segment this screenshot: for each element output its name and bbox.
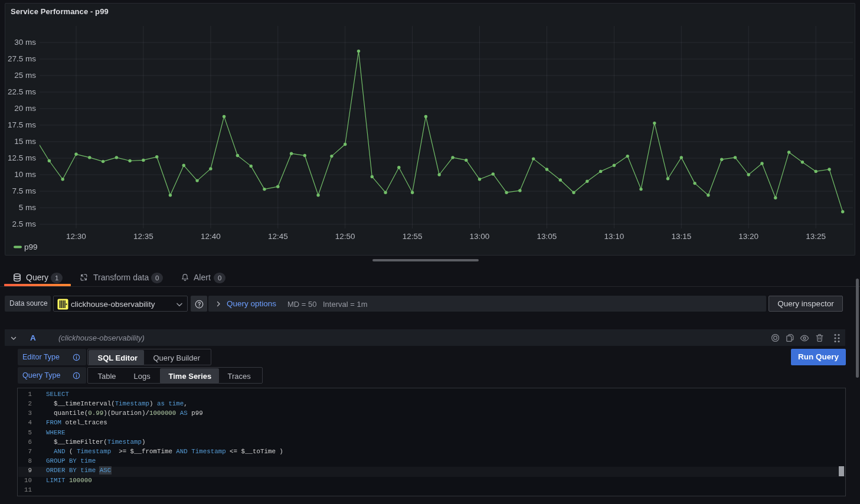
svg-text:12:45: 12:45 bbox=[268, 232, 288, 241]
svg-text:12:50: 12:50 bbox=[335, 232, 355, 241]
svg-text:p99: p99 bbox=[24, 243, 38, 251]
svg-text:12:40: 12:40 bbox=[201, 232, 221, 241]
svg-text:13:25: 13:25 bbox=[806, 232, 826, 241]
svg-text:13:05: 13:05 bbox=[537, 232, 557, 241]
svg-text:15 ms: 15 ms bbox=[14, 137, 36, 146]
svg-text:13:00: 13:00 bbox=[470, 232, 490, 241]
svg-text:10 ms: 10 ms bbox=[14, 170, 36, 179]
svg-text:12:30: 12:30 bbox=[66, 232, 86, 241]
svg-text:5 ms: 5 ms bbox=[19, 203, 37, 212]
svg-text:30 ms: 30 ms bbox=[14, 38, 36, 47]
svg-text:7.5 ms: 7.5 ms bbox=[12, 186, 36, 195]
svg-text:25 ms: 25 ms bbox=[14, 71, 36, 80]
svg-text:2.5 ms: 2.5 ms bbox=[12, 220, 36, 228]
svg-text:13:20: 13:20 bbox=[738, 232, 758, 241]
svg-text:13:10: 13:10 bbox=[604, 232, 624, 241]
svg-text:12:35: 12:35 bbox=[133, 232, 153, 241]
svg-text:17.5 ms: 17.5 ms bbox=[8, 120, 36, 129]
svg-text:12:55: 12:55 bbox=[403, 232, 423, 241]
svg-text:13:15: 13:15 bbox=[671, 232, 691, 241]
svg-text:27.5 ms: 27.5 ms bbox=[8, 54, 36, 63]
svg-text:20 ms: 20 ms bbox=[14, 104, 36, 113]
svg-text:12.5 ms: 12.5 ms bbox=[8, 153, 36, 162]
svg-text:22.5 ms: 22.5 ms bbox=[8, 87, 36, 96]
